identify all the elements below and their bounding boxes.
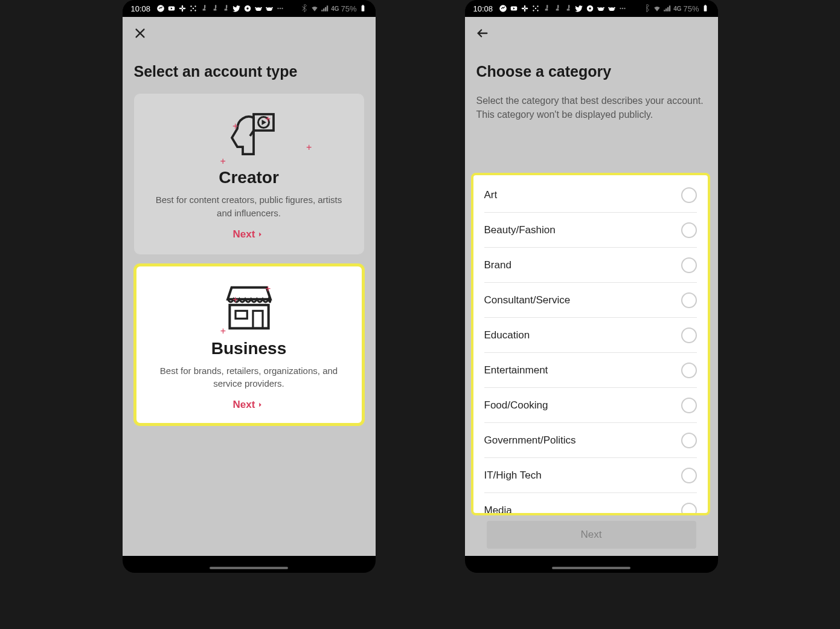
close-icon[interactable] [133,27,147,40]
business-card[interactable]: + + + Business Best for brands, retailer… [134,264,364,426]
svg-point-19 [277,8,278,9]
twitter-icon [575,4,583,13]
page-title: Choose a category [476,63,707,80]
bluetooth-icon [300,4,309,13]
svg-rect-2 [182,5,183,8]
svg-point-20 [280,8,281,9]
svg-point-38 [533,10,534,11]
chevron-right-icon [256,230,265,239]
next-button[interactable]: Next [487,521,696,549]
category-row[interactable]: Beauty/Fashion [484,213,697,248]
category-row[interactable]: Art [484,178,697,213]
status-bar: 10:08 4G 75% [123,0,376,17]
battery-icon [359,4,367,13]
radio-icon[interactable] [681,433,697,448]
creator-card[interactable]: + + + + Creator Best for content creator… [134,94,364,254]
home-indicator[interactable] [210,567,288,569]
slack-icon [178,4,187,13]
radio-icon[interactable] [681,187,697,203]
twitter-icon [232,4,241,13]
svg-point-12 [246,7,249,10]
svg-point-35 [533,5,534,7]
dots-icon [531,4,540,13]
slack-icon [521,4,529,13]
messenger-icon [156,4,165,13]
reddit-icon-2 [608,4,616,13]
creator-illustration: + + + + [147,109,351,163]
wifi-icon [653,4,661,13]
svg-point-43 [597,7,598,8]
svg-point-13 [255,7,261,11]
category-row[interactable]: Brand [484,248,697,283]
radio-icon[interactable] [681,468,697,483]
svg-point-21 [281,8,283,9]
category-row[interactable]: IT/High Tech [484,458,697,493]
svg-rect-28 [236,311,247,318]
radio-icon[interactable] [681,327,697,343]
svg-point-39 [537,10,538,11]
network-4g-icon: 4G [331,5,339,12]
svg-rect-34 [525,8,528,9]
svg-point-16 [266,7,272,11]
svg-rect-4 [179,8,182,9]
svg-rect-33 [522,8,525,9]
page-subheading: Select the category that best describes … [476,94,707,121]
category-label: Art [484,189,498,201]
category-row[interactable]: Media [484,493,697,515]
category-row[interactable]: Consultant/Service [484,283,697,318]
creator-next-label: Next [233,228,255,240]
creator-next-link[interactable]: Next [233,228,265,240]
category-label: Brand [484,259,511,271]
category-label: Entertainment [484,364,548,376]
category-label: Consultant/Service [484,294,571,306]
category-label: Government/Politics [484,434,576,447]
dots-icon [189,4,197,13]
svg-point-36 [537,5,538,7]
reddit-icon [597,4,605,13]
business-next-link[interactable]: Next [233,399,265,411]
svg-point-29 [499,5,507,12]
more-icon [618,4,627,13]
signal-icon [663,4,672,13]
radio-icon[interactable] [681,363,697,378]
svg-point-18 [272,7,273,8]
radio-icon[interactable] [681,503,697,515]
back-icon[interactable] [476,27,489,40]
messenger-icon [499,4,507,13]
status-bar: 10:08 4G 75% [465,0,718,17]
category-row[interactable]: Government/Politics [484,423,697,458]
head-icon [147,109,351,163]
svg-point-10 [194,10,196,11]
more-icon [276,4,284,13]
finger-icon [542,4,551,13]
svg-rect-51 [704,5,707,11]
nav-row [123,17,376,52]
finger-icon [200,4,208,13]
finger-icon-3 [564,4,572,13]
radio-icon[interactable] [681,222,697,238]
radio-icon[interactable] [681,257,697,273]
wifi-icon [310,4,319,13]
category-row[interactable]: Entertainment [484,353,697,388]
home-indicator[interactable] [552,567,630,569]
battery-icon [701,4,710,13]
phone-left: 10:08 4G 75% [123,0,376,573]
svg-point-49 [622,8,623,9]
signal-icon [321,4,329,13]
svg-point-48 [620,8,621,9]
category-row[interactable]: Education [484,318,697,353]
category-label: Beauty/Fashion [484,224,556,236]
creator-title: Creator [147,168,351,187]
reddit-icon [254,4,263,13]
svg-point-6 [190,5,191,7]
svg-point-15 [261,7,262,8]
radio-icon[interactable] [681,398,697,413]
shop-icon [147,280,351,334]
category-row[interactable]: Food/Cooking [484,388,697,423]
svg-rect-23 [362,5,363,5]
svg-point-41 [589,7,591,10]
category-label: Food/Cooking [484,399,548,411]
svg-rect-32 [524,9,525,12]
screen-left: Select an account type + + + + Creator [123,17,376,556]
radio-icon[interactable] [681,292,697,308]
